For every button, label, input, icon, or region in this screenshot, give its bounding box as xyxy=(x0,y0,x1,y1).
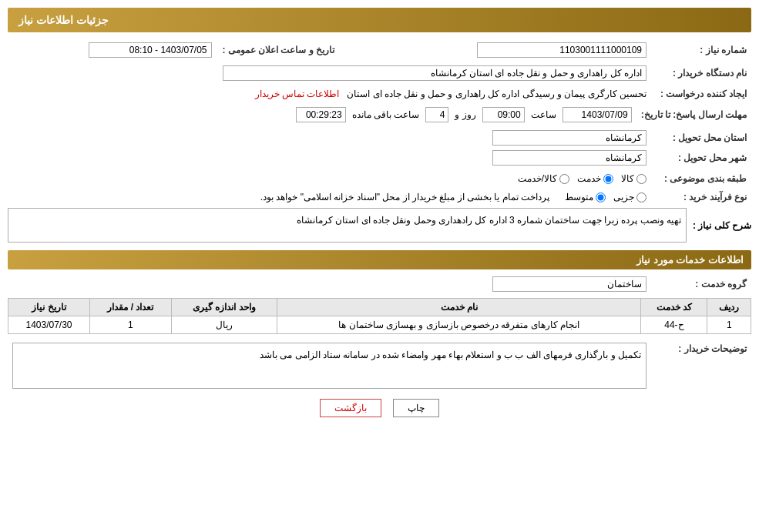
creator-value: تحسین کارگری پیمان و رسیدگی اداره کل راه… xyxy=(347,89,646,99)
buyer-org-table: نام دستگاه خریدار : اداره کل راهداری و ح… xyxy=(8,63,751,83)
buttons-row: چاپ بازگشت xyxy=(8,399,751,417)
cell-unit: ریال xyxy=(171,316,277,334)
radio-item-goods: کالا xyxy=(621,173,646,184)
radio-service[interactable] xyxy=(603,174,613,184)
deadline-table: مهلت ارسال پاسخ: تا تاریخ: 1403/07/09 سا… xyxy=(8,105,751,125)
province-table: استان محل تحویل : کرمانشاه شهر محل تحویل… xyxy=(8,128,751,168)
announce-datetime-label: تاریخ و ساعت اعلان عمومی : xyxy=(217,40,340,60)
purchase-type-label: نوع فرآیند خرید : xyxy=(651,189,751,205)
services-table: ردیف کد خدمت نام خدمت واحد اندازه گیری ت… xyxy=(8,298,751,334)
radio-service-label: خدمت xyxy=(577,173,601,184)
answer-time-label: ساعت xyxy=(531,109,556,120)
buyer-org-value: اداره کل راهداری و حمل و نقل جاده ای است… xyxy=(223,65,646,81)
radio-medium[interactable] xyxy=(596,192,606,202)
page-wrapper: جزئیات اطلاعات نیاز شماره نیاز : 1103001… xyxy=(0,0,759,532)
category-label: طبقه بندی موضوعی : xyxy=(651,171,751,186)
need-number-value: 1103001111000109 xyxy=(477,42,646,58)
back-button[interactable]: بازگشت xyxy=(320,399,381,417)
answer-deadline-label: مهلت ارسال پاسخ: تا تاریخ: xyxy=(636,105,751,125)
buyer-desc-value: تکمیل و بارگذاری فرمهای الف ب ب و استعلا… xyxy=(12,343,646,389)
col-service-name: نام خدمت xyxy=(277,299,641,316)
radio-both[interactable] xyxy=(559,174,569,184)
radio-item-medium: متوسط xyxy=(565,192,606,202)
service-group-table: گروه خدمت : ساختمان xyxy=(8,274,751,294)
header-title: جزئیات اطلاعات نیاز xyxy=(18,14,109,26)
content-area: شماره نیاز : 1103001111000109 تاریخ و سا… xyxy=(8,40,751,417)
cell-quantity: 1 xyxy=(89,316,171,334)
radio-medium-label: متوسط xyxy=(565,192,593,202)
radio-item-both: کالا/خدمت xyxy=(518,173,569,184)
purchase-type-radio-group: جزیی متوسط پرداخت تمام یا بخشی از مبلغ خ… xyxy=(12,192,646,202)
cell-date: 1403/07/30 xyxy=(8,316,90,334)
purchase-type-table: نوع فرآیند خرید : جزیی متوسط پرداخت تمام… xyxy=(8,189,751,205)
buyer-desc-label: توضیحات خریدار : xyxy=(651,340,751,391)
radio-item-partial: جزیی xyxy=(613,192,646,202)
purchase-type-note: پرداخت تمام یا بخشی از مبلغ خریدار از مح… xyxy=(260,192,549,202)
services-section-title: اطلاعات خدمات مورد نیاز xyxy=(8,250,751,269)
table-row: 1 ح-44 انجام کارهای متفرقه درخصوص بازساز… xyxy=(8,316,751,334)
col-service-code: کد خدمت xyxy=(641,299,707,316)
answer-time: 09:00 xyxy=(482,107,525,122)
creator-table: ایجاد کننده درخواست : تحسین کارگری پیمان… xyxy=(8,86,751,102)
services-table-body: 1 ح-44 انجام کارهای متفرقه درخصوص بازساز… xyxy=(8,316,751,334)
answer-days-label: روز و xyxy=(455,109,475,120)
col-row-num: ردیف xyxy=(707,299,751,316)
creator-label: ایجاد کننده درخواست : xyxy=(651,86,751,102)
service-group-value: ساختمان xyxy=(492,276,646,292)
general-desc-value: تهیه ونصب پرده زبرا جهت ساختمان شماره 3 … xyxy=(8,208,687,243)
buyer-desc-table: توضیحات خریدار : تکمیل و بارگذاری فرمهای… xyxy=(8,340,751,391)
category-table: طبقه بندی موضوعی : کالا خدمت xyxy=(8,171,751,186)
radio-partial[interactable] xyxy=(636,192,646,202)
province-value: کرمانشاه xyxy=(492,130,646,146)
radio-item-service: خدمت xyxy=(577,173,613,184)
contact-info-link[interactable]: اطلاعات تماس خریدار xyxy=(255,89,340,99)
announce-datetime-value: 1403/07/05 - 08:10 xyxy=(89,42,212,58)
category-radio-group: کالا خدمت کالا/خدمت xyxy=(12,173,646,184)
radio-partial-label: جزیی xyxy=(613,192,634,202)
radio-both-label: کالا/خدمت xyxy=(518,173,557,184)
top-info-table: شماره نیاز : 1103001111000109 تاریخ و سا… xyxy=(8,40,751,60)
col-date: تاریخ نیاز xyxy=(8,299,90,316)
col-unit: واحد اندازه گیری xyxy=(171,299,277,316)
cell-service-code: ح-44 xyxy=(641,316,707,334)
radio-goods-label: کالا xyxy=(621,173,634,184)
city-label: شهر محل تحویل : xyxy=(651,148,751,168)
general-desc-label: شرح کلی نیاز : xyxy=(693,220,751,231)
answer-date: 1403/07/09 xyxy=(563,107,632,122)
services-table-header: ردیف کد خدمت نام خدمت واحد اندازه گیری ت… xyxy=(8,299,751,316)
page-header: جزئیات اطلاعات نیاز xyxy=(8,8,751,32)
need-number-label: شماره نیاز : xyxy=(651,40,751,60)
province-label: استان محل تحویل : xyxy=(651,128,751,148)
col-quantity: تعداد / مقدار xyxy=(89,299,171,316)
service-group-label: گروه خدمت : xyxy=(651,274,751,294)
radio-goods[interactable] xyxy=(636,174,646,184)
buyer-org-label: نام دستگاه خریدار : xyxy=(651,63,751,83)
answer-remaining-label: ساعت باقی مانده xyxy=(352,109,420,120)
answer-remaining: 00:29:23 xyxy=(296,107,346,122)
print-button[interactable]: چاپ xyxy=(393,399,439,417)
general-desc-row: شرح کلی نیاز : تهیه ونصب پرده زبرا جهت س… xyxy=(8,208,751,243)
answer-days: 4 xyxy=(425,107,448,122)
cell-service-name: انجام کارهای متفرقه درخصوص بازسازی و بهس… xyxy=(277,316,641,334)
city-value: کرمانشاه xyxy=(492,150,646,166)
cell-row-num: 1 xyxy=(707,316,751,334)
